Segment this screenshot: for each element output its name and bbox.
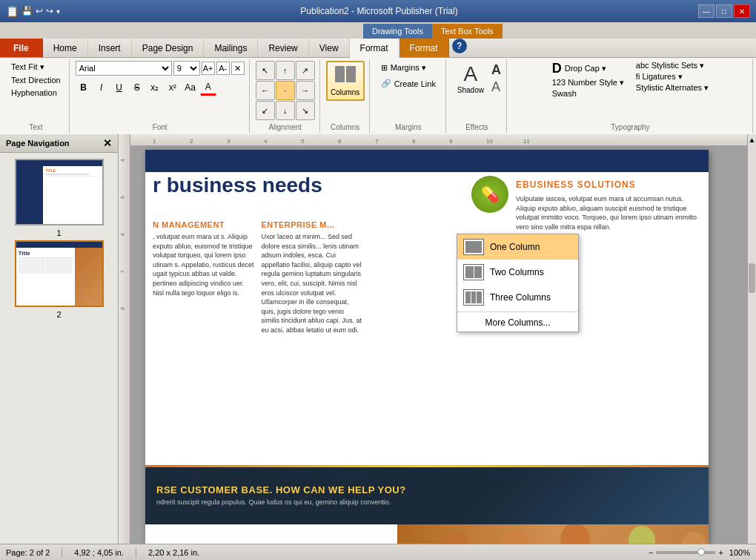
font-size-decrease[interactable]: A- (216, 62, 230, 75)
page-thumb-1[interactable]: TITLE (15, 159, 104, 225)
text-direction-button[interactable]: Text Direction (7, 74, 64, 86)
subscript-button[interactable]: x₂ (147, 79, 163, 96)
more-columns-option[interactable]: More Columns... (457, 314, 578, 332)
page-thumb-2[interactable]: Title (15, 240, 104, 307)
hyphenation-button[interactable]: Hyphenation (7, 87, 64, 99)
svg-text:2: 2 (190, 138, 193, 145)
left-col-title: N MANAGEMENT (153, 220, 256, 229)
align-top-center[interactable]: ↑ (276, 61, 295, 80)
zoom-area: − + 100% (649, 548, 750, 557)
tab-format-drawing[interactable]: Format (350, 39, 399, 58)
svg-text:11: 11 (523, 138, 530, 145)
wordart-a-button[interactable]: A (491, 62, 501, 78)
align-top-right[interactable]: ↗ (296, 61, 315, 80)
text-fit-button[interactable]: Text Fit ▾ (7, 61, 64, 73)
svg-rect-0 (335, 66, 345, 82)
context-tab-strip: Drawing Tools Text Box Tools (0, 22, 756, 39)
qat-redo[interactable]: ↪ (46, 6, 53, 16)
tab-mailings[interactable]: Mailings (204, 39, 258, 57)
one-column-option[interactable]: One Column (457, 234, 578, 260)
tab-insert[interactable]: Insert (88, 39, 132, 57)
font-color-button[interactable]: A (200, 79, 216, 96)
qat-save[interactable]: 💾 (21, 6, 33, 16)
swash-label: Swash (552, 89, 577, 98)
align-middle-left[interactable]: ← (256, 81, 275, 100)
align-buttons: ↖ ↑ ↗ ← · → ↙ ↓ ↘ (256, 61, 315, 120)
zoom-out-button[interactable]: − (649, 548, 653, 557)
columns-button[interactable]: Columns (326, 61, 365, 101)
align-bottom-center[interactable]: ↓ (276, 101, 295, 120)
close-button[interactable]: ✕ (734, 4, 750, 18)
drop-cap-button[interactable]: D Drop Cap ▾ (552, 61, 624, 76)
font-clear-format[interactable]: ✕ (231, 62, 245, 75)
panel-close-button[interactable]: ✕ (103, 137, 112, 149)
shadow-button[interactable]: A Shadow (453, 61, 488, 96)
drop-cap-group: D Drop Cap ▾ 123 Number Style ▾ Swash ab… (508, 59, 753, 133)
zoom-slider-thumb[interactable] (697, 548, 705, 556)
create-link-button[interactable]: 🔗 Create Link (376, 76, 441, 90)
tab-review[interactable]: Review (258, 39, 308, 57)
align-top-left[interactable]: ↖ (256, 61, 275, 80)
zoom-in-button[interactable]: + (718, 548, 723, 557)
right-col-title: ENTERPRISE M... (262, 220, 365, 229)
alignment-group: ↖ ↑ ↗ ← · → ↙ ↓ ↘ Alignment (251, 59, 320, 133)
tab-format-textbox[interactable]: Format (399, 39, 449, 57)
align-middle-center[interactable]: · (276, 81, 295, 100)
window-controls: — □ ✕ (698, 4, 750, 18)
alignment-group-label: Alignment (268, 122, 301, 131)
font-size-select[interactable]: 9 (173, 61, 200, 76)
tab-drawing-tools[interactable]: Drawing Tools (363, 24, 432, 39)
bold-button[interactable]: B (76, 79, 92, 96)
main-canvas-area: 1 2 3 4 5 6 7 8 9 10 11 4 5 6 (119, 134, 756, 560)
align-bottom-right[interactable]: ↘ (296, 101, 315, 120)
align-middle-right[interactable]: → (296, 81, 315, 100)
tab-view[interactable]: View (309, 39, 350, 57)
maximize-button[interactable]: □ (716, 4, 732, 18)
tab-home[interactable]: Home (43, 39, 88, 57)
two-columns-icon (463, 264, 484, 280)
help-button[interactable]: ? (452, 39, 467, 53)
qat-dropdown[interactable]: ▾ (56, 7, 60, 16)
font-size-increase[interactable]: A+ (202, 62, 215, 75)
typography-group-label: Typography (611, 122, 649, 131)
underline-button[interactable]: U (111, 79, 127, 96)
strikethrough-button[interactable]: S (129, 79, 145, 96)
panel-title: Page Navigation (6, 139, 70, 148)
italic-button[interactable]: I (93, 79, 110, 96)
svg-text:9: 9 (449, 138, 453, 145)
three-columns-option[interactable]: Three Columns (457, 285, 578, 310)
size-indicator: 2,20 x 2,16 in. (148, 548, 199, 557)
ruler-ticks-h: 1 2 3 4 5 6 7 8 9 10 11 (130, 134, 756, 145)
number-style-label: 123 Number Style ▾ (552, 78, 624, 87)
tab-file[interactable]: File (0, 39, 43, 57)
left-columns-area[interactable]: N MANAGEMENT , volutpat eum mara ut s. A… (153, 220, 364, 480)
wordart-a2-button[interactable]: A (491, 79, 501, 95)
ligatures-button[interactable]: fi Ligatures ▾ (636, 72, 709, 82)
effects-group: A Shadow A A Effects (448, 59, 507, 133)
align-bottom-left[interactable]: ↙ (256, 101, 275, 120)
columns-dropdown: One Column Two Columns Three Columns (457, 234, 579, 332)
swash-button[interactable]: Swash (552, 89, 624, 98)
svg-text:1: 1 (153, 138, 156, 145)
vertical-scrollbar[interactable]: ▲ ▼ (747, 134, 756, 560)
font-name-select[interactable]: Arial (76, 61, 172, 76)
superscript-button[interactable]: x² (165, 79, 181, 96)
scroll-up-button[interactable]: ▲ (749, 136, 756, 144)
stylistic-sets-button[interactable]: abc Stylistic Sets ▾ (636, 61, 709, 70)
font-case-button[interactable]: Aa (182, 79, 199, 96)
number-style-button[interactable]: 123 Number Style ▾ (552, 78, 624, 88)
svg-text:8: 8 (120, 307, 125, 310)
qat-undo[interactable]: ↩ (36, 6, 43, 16)
zoom-slider[interactable] (656, 551, 715, 554)
svg-text:5: 5 (301, 138, 305, 145)
two-columns-option[interactable]: Two Columns (457, 260, 578, 285)
tab-textbox-tools[interactable]: Text Box Tools (432, 24, 503, 39)
tab-page-design[interactable]: Page Design (132, 39, 205, 57)
margins-button[interactable]: ⊞ Margins ▾ (376, 61, 441, 75)
stylistic-alt-label: Stylistic Alternates ▾ (636, 83, 709, 92)
svg-text:7: 7 (120, 270, 125, 273)
scroll-thumb-v[interactable] (749, 263, 755, 293)
minimize-button[interactable]: — (698, 4, 714, 18)
ebusiness-text: Vulputate iascea, volutpat eum mara ut a… (516, 194, 701, 231)
stylistic-alt-button[interactable]: Stylistic Alternates ▾ (636, 83, 709, 93)
